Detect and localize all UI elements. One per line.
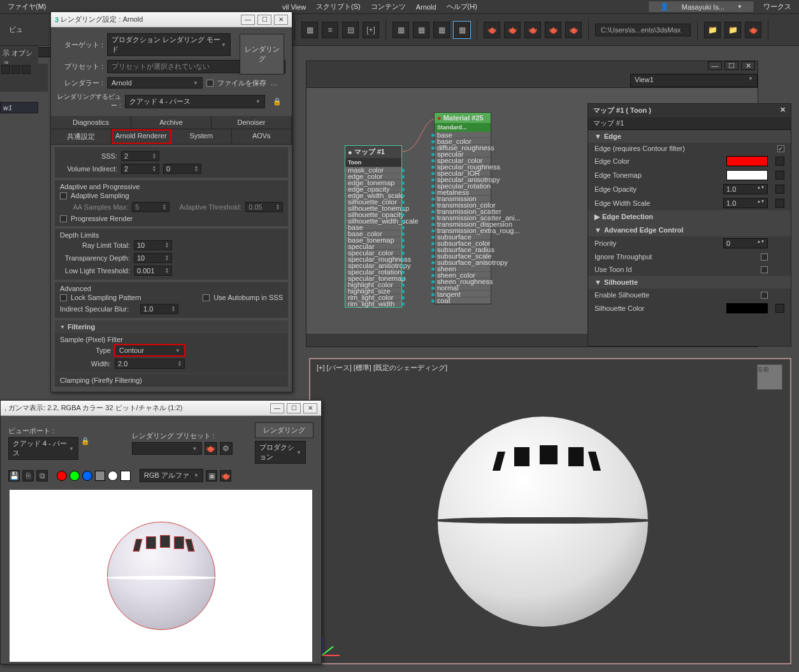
target-dropdown[interactable]: プロダクション レンダリング モード▼ xyxy=(107,33,231,56)
teapot-icon[interactable]: 🫖 xyxy=(524,22,541,38)
render-preset-dropdown[interactable]: ▼ xyxy=(132,442,202,455)
rendered-image[interactable] xyxy=(10,490,312,662)
teapot-icon[interactable]: 🫖 xyxy=(504,22,521,38)
perspective-viewport[interactable]: [+] [パース] [標準] [既定のシェーディング] 左前 xyxy=(309,358,791,664)
mono-channel[interactable] xyxy=(108,471,118,481)
filter-type-dropdown[interactable]: Contour▼ xyxy=(115,345,185,356)
user-badge[interactable]: 👤 Masayuki Is... ▼ xyxy=(648,1,754,13)
toolbar-icon[interactable]: ▦ xyxy=(433,22,450,38)
menu-help[interactable]: ヘルプ(H) xyxy=(442,2,482,11)
aa-max-spinner[interactable]: 5▲▼ xyxy=(132,202,169,212)
teapot-icon[interactable]: 🫖 xyxy=(205,442,217,455)
toolbar-icon[interactable]: 📁 xyxy=(704,22,721,38)
clone-icon[interactable]: ⧉ xyxy=(36,470,48,482)
ray-limit-spinner[interactable]: 10▲▼ xyxy=(134,240,172,250)
toolbar-icon[interactable]: ▦ xyxy=(454,22,470,38)
maximize-button[interactable]: ☐ xyxy=(724,61,738,70)
close-button[interactable]: ✕ xyxy=(741,61,755,70)
viewport-label[interactable]: [+] [パース] [標準] [既定のシェーディング] xyxy=(317,363,447,373)
maximize-button[interactable]: ☐ xyxy=(257,15,271,25)
toolbar-icon[interactable]: ▤ xyxy=(342,22,359,38)
minimize-button[interactable]: — xyxy=(241,15,255,25)
adaptive-sampling-checkbox[interactable] xyxy=(60,192,67,199)
filtering-section[interactable]: ▼Filtering xyxy=(55,320,288,333)
priority-spinner[interactable]: 0▲▼ xyxy=(723,238,768,248)
edge-checkbox[interactable] xyxy=(777,145,784,152)
tab-denoiser[interactable]: Denoiser xyxy=(212,116,292,129)
advanced-edge-section[interactable]: ▼Advanced Edge Control xyxy=(588,224,791,236)
workspace-label[interactable]: ワークス xyxy=(758,2,796,11)
save-file-checkbox[interactable] xyxy=(206,80,213,87)
close-button[interactable]: ✕ xyxy=(274,15,288,25)
lock-icon[interactable]: 🔒 xyxy=(269,97,285,106)
sss-spinner[interactable]: 2▲▼ xyxy=(121,151,159,161)
scene-object-sphere[interactable] xyxy=(438,417,648,627)
tool-icon[interactable] xyxy=(22,65,31,74)
tab-aovs[interactable]: AOVs xyxy=(232,129,292,144)
silhouette-color-swatch[interactable] xyxy=(726,303,768,313)
toolbar-icon[interactable]: [+] xyxy=(363,22,379,38)
rframe-viewport-dropdown[interactable]: クアッド 4 - パース▼ xyxy=(8,437,78,460)
map-toggle[interactable] xyxy=(775,199,784,208)
render-settings-titlebar[interactable]: 3 レンダリング設定 : Arnold — ☐ ✕ xyxy=(51,12,292,27)
autobump-checkbox[interactable] xyxy=(203,294,210,301)
edge-section[interactable]: ▼Edge xyxy=(588,130,791,143)
minimize-button[interactable]: — xyxy=(708,61,722,70)
teapot-icon[interactable]: 🫖 xyxy=(565,22,582,38)
node-output-slot[interactable]: rim_light_width xyxy=(345,301,401,307)
toolbar-icon[interactable]: ▦ xyxy=(392,22,409,38)
teapot-icon[interactable]: 🫖 xyxy=(484,22,500,38)
copy-icon[interactable]: ⎘ xyxy=(22,470,34,482)
map-toggle[interactable] xyxy=(775,304,784,313)
material-title[interactable]: マップ #1 ( Toon )✕ xyxy=(588,104,791,117)
view-dropdown[interactable]: View1▼ xyxy=(630,74,758,87)
low-light-spinner[interactable]: 0.001▲▼ xyxy=(134,266,172,276)
production-dropdown[interactable]: プロダクション▼ xyxy=(255,441,306,464)
ignore-throughput-checkbox[interactable] xyxy=(761,254,768,261)
toon-node[interactable]: ●マップ #1 Toon mask_coloredge_coloredge_to… xyxy=(345,145,402,308)
edge-color-swatch[interactable] xyxy=(726,156,768,166)
viewcube[interactable]: 左前 xyxy=(757,364,782,390)
render-button[interactable]: レンダリング xyxy=(240,34,284,75)
edge-opacity-spinner[interactable]: 1.0▲▼ xyxy=(723,184,768,194)
toolbar-icon[interactable]: ▦ xyxy=(301,22,318,38)
silhouette-section[interactable]: ▼Silhouette xyxy=(588,276,791,289)
ellipsis-button[interactable]: … xyxy=(270,79,277,87)
lock-sampling-checkbox[interactable] xyxy=(60,294,67,301)
menu-file[interactable]: ファイヤ(M) xyxy=(3,2,52,11)
red-channel[interactable] xyxy=(57,471,67,481)
blue-channel[interactable] xyxy=(82,471,92,481)
edge-width-scale-spinner[interactable]: 1.0▲▼ xyxy=(723,198,768,208)
aa-threshold-spinner[interactable]: 0.05▲▼ xyxy=(245,202,283,212)
tool-icon[interactable] xyxy=(11,65,20,74)
menu-script[interactable]: スクリプト(S) xyxy=(311,2,366,11)
map-toggle[interactable] xyxy=(775,185,784,194)
progressive-checkbox[interactable] xyxy=(60,215,67,222)
toolbar-icon[interactable]: ▦ xyxy=(413,22,429,38)
render-view-dropdown[interactable]: クアッド 4 - パース▼ xyxy=(125,95,265,108)
use-toon-id-checkbox[interactable] xyxy=(761,266,768,273)
tab-arnold-renderer[interactable]: Arnold Renderer xyxy=(112,129,172,144)
close-button[interactable]: ✕ xyxy=(303,403,317,413)
close-icon[interactable]: ✕ xyxy=(780,106,786,115)
overlay-icon[interactable]: ▣ xyxy=(206,470,217,482)
maximize-button[interactable]: ☐ xyxy=(287,403,301,413)
standard-node[interactable]: ●Material #25 Standard... basebase_color… xyxy=(434,112,491,304)
edge-detection-section[interactable]: ▶Edge Detection xyxy=(588,210,791,224)
settings-icon[interactable]: ⚙ xyxy=(220,442,233,455)
tool-icon[interactable] xyxy=(1,65,10,74)
indirect-specular-spinner[interactable]: 1.0▲▼ xyxy=(140,304,178,314)
enable-silhouette-checkbox[interactable] xyxy=(761,292,768,299)
rgb-alpha-dropdown[interactable]: RGB アルファ▼ xyxy=(140,469,203,482)
render-frame-titlebar[interactable]: , ガンマ表示: 2.2, RGBA カラー 32 ビット/チャネル (1:2)… xyxy=(1,401,321,416)
toolbar-icon[interactable]: 📁 xyxy=(724,22,741,38)
tab-common[interactable]: 共通設定 xyxy=(51,129,112,144)
alpha-channel[interactable] xyxy=(95,471,105,481)
toolbar-icon[interactable]: ≡ xyxy=(322,22,338,38)
menu-content[interactable]: コンテンツ xyxy=(366,2,411,11)
menu-civilview[interactable]: vil View xyxy=(277,3,311,11)
save-icon[interactable]: 💾 xyxy=(8,470,20,482)
tab-diagnostics[interactable]: Diagnostics xyxy=(51,116,131,129)
project-path[interactable]: C:\Users\is...ents\3dsMax xyxy=(595,24,691,36)
volume-indirect2-spinner[interactable]: 0▲▼ xyxy=(163,164,201,174)
